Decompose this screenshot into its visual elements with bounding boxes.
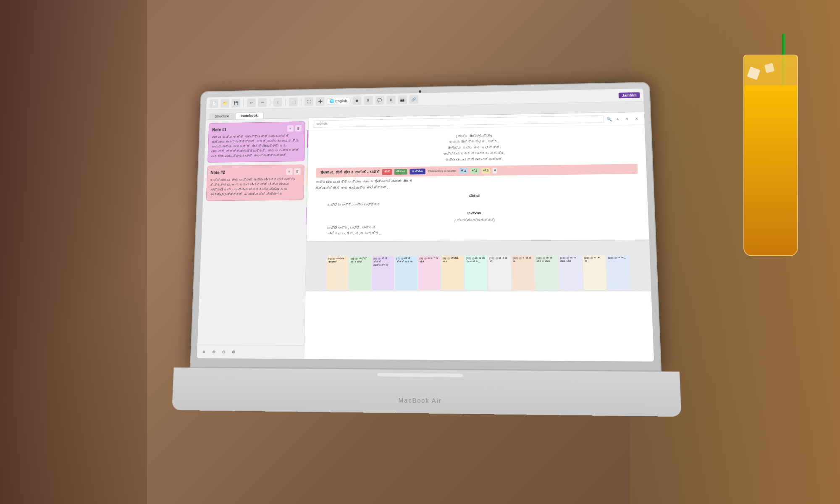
note-1-title: Note #1 (212, 127, 226, 132)
note-card-2: Note #2 ≡ 🗑 ಇಲ್ಲಿ ಮಾಧವ ಹಾಗೂ ಬನ್ನಂಜೆ ತಮ್ಮ… (206, 165, 304, 201)
scene-card-14[interactable]: [14]: @ ಯ ಮ ಮಾಡ ಬಿಡ (559, 255, 583, 290)
search-next-btn[interactable]: ∨ (624, 115, 631, 122)
note-1-menu-btn[interactable]: ≡ (287, 125, 294, 131)
scene-card-5-label: [5]: @ ಹಳ್ಳಿ ಯ ಕಟ್ಟೆ (351, 257, 370, 264)
scene-heading-text: ಹೊರಾಂಗಣ. ದೇಸಿ ಕೊಂಡದ ಅಂಗಡಿ - ರಾತ್ರಿ (320, 169, 380, 176)
char-tag-2: ಚ.2 (470, 168, 479, 174)
toolbar-spacer (420, 95, 616, 99)
liquid (744, 85, 797, 255)
laptop-base-shine (377, 373, 463, 377)
scene-card-16[interactable]: [16]: @ ಣ ಅ... (607, 255, 631, 290)
glass (743, 55, 798, 256)
main-content: Story ಹೊರಾಂ ಮಾರ್ಗ ಒಳಗಿ ಸಂಘ Note #1 (197, 112, 654, 362)
scene-tag-bannanje: ಬನ್ನಂಜ (410, 168, 425, 175)
scene-card-7[interactable]: [7]: @ ಮೇ ನೇ ಕಿರಿಕಿ ಬಂದರು (395, 256, 417, 290)
add-note-btn[interactable]: ⊕ (230, 348, 237, 356)
move-icon[interactable]: ↕ (273, 98, 282, 107)
scene-card-6[interactable]: [6]: @ ದೇ ನೇ ಕಿರಿಕಿ ಮಾಡ್ತಸ್ಗಳ (372, 256, 394, 290)
scene-tag-desi: ದೇಸಿ (382, 169, 392, 175)
scene-card-9[interactable]: [9]: @ ಕೇ ಕೋಂಡ ಕಾರ (441, 256, 464, 290)
brand-badge: Jamfilm (619, 92, 640, 98)
toolbar-separator-1 (243, 99, 244, 106)
language-label: English (335, 99, 347, 103)
zoom-out-btn[interactable]: ⊖ (220, 348, 228, 355)
folder-icon[interactable]: 📁 (220, 99, 229, 108)
ice-cube-1 (747, 66, 760, 80)
script-top-parenthetical: ( ಅಲ್ಲ ಹೋರ್ಯಾ/ಓಡ್ತಾ/) ಇವನು ತೋರಿಸ್ತು ಬೆಳಕ… (316, 131, 638, 165)
script-content: ( ಅಲ್ಲ ಹೋರ್ಯಾ/ಓಡ್ತಾ/) ಇವನು ತೋರಿಸ್ತು ಬೆಳಕ… (307, 125, 649, 242)
record-icon[interactable]: ⏺ (352, 96, 361, 105)
note-2-delete-btn[interactable]: 🗑 (294, 168, 301, 175)
note-2-menu-btn[interactable]: ≡ (286, 168, 293, 175)
ice-cube-2 (764, 63, 774, 73)
scene-card-15-label: [15]: @ ಟ ಹ ಸೂ... (584, 257, 604, 263)
undo-icon[interactable]: ↩ (247, 98, 256, 107)
toolbar-separator-4 (301, 98, 301, 105)
scene-card-5[interactable]: [5]: @ ಹಳ್ಳಿ ಯ ಕಟ್ಟೆ (349, 256, 371, 290)
mic-icon[interactable]: 🎙 (364, 96, 373, 105)
camera-icon[interactable]: 📷 (398, 95, 407, 104)
toolbar-separator-2 (270, 99, 270, 106)
language-selector[interactable]: 🌐 English (327, 97, 350, 104)
scene-tag-madhava: ಮಾಧವ (394, 169, 407, 175)
scene-card-7-label: [7]: @ ಮೇ ನೇ ಕಿರಿಕಿ ಬಂದರು (396, 257, 416, 264)
add-icon[interactable]: ➕ (315, 97, 324, 106)
redo-icon[interactable]: ↪ (258, 98, 267, 107)
scene-card-13[interactable]: [13]: @ ಯ ಮ ಪ್ರದ ಮಾಡ (535, 255, 558, 290)
note-2-body: ಇಲ್ಲಿ ಮಾಧವ ಹಾಗೂ ಬನ್ನಂಜೆ ತಮ್ಮ ಜೀವನದಲ್ಲಿ ಎ… (210, 177, 300, 197)
scene-card-16-label: [16]: @ ಣ ಅ... (608, 257, 628, 260)
note-2-header: Note #2 ≡ 🗑 (210, 168, 301, 176)
laptop-base: MacBook Air (172, 368, 682, 417)
dialogue-bannanje: ಒಳ್ಳೇ ಅಂದ್ರ, ಒಳ್ಳೆ. ಬಾತ್ಸನ ಸಾಲಿಗಳ ಒ.ತೆಗ,… (315, 222, 640, 237)
tab-structure[interactable]: Structure (209, 113, 235, 120)
view-icon[interactable]: ⬜ (289, 97, 298, 106)
search-icon: 🔍 (606, 117, 612, 121)
note-2-title: Note #2 (210, 170, 225, 175)
camera-dot (419, 90, 421, 93)
file-icon[interactable]: 📄 (210, 99, 218, 108)
menu-btn[interactable]: ≡ (200, 348, 208, 355)
scene-card-8-label: [8]: @ ಯಜ ಗಣ ಜೋತ (420, 257, 439, 264)
link-icon[interactable]: 🔗 (409, 95, 418, 104)
scene-card-4[interactable]: [4]: @ ಯಾ ಪೂದೂ ಹೋ ಟೇಲ್ (326, 256, 348, 290)
search-input[interactable] (313, 116, 604, 128)
zoom-in-btn[interactable]: ⊕ (210, 348, 218, 355)
scene-strip: [4]: @ ಯಾ ಪೂದೂ ಹೋ ಟೇಲ್ [5]: @ ಹಳ್ಳಿ ಯ ಕಟ… (305, 240, 651, 291)
note-1-actions: ≡ 🗑 (287, 125, 302, 132)
laptop: 📄 📁 💾 ↩ ↪ ↕ ⬜ ⛶ ➕ 🌐 English (188, 82, 663, 417)
scene-chars-label: Characters in scene: (428, 168, 457, 174)
chat-icon[interactable]: 💬 (375, 96, 384, 105)
scene-card-8[interactable]: [8]: @ ಯಜ ಗಣ ಜೋತ (418, 256, 440, 290)
save-icon[interactable]: 💾 (231, 99, 240, 108)
scene-card-10-label: [10]: @ ಮ ಡ ಯಾ ಸೂ ಯಾ ಗತ... (466, 257, 486, 264)
scene-card-11-label: [11]: @ ಮ ಸ ಮ ದೇ (489, 257, 509, 264)
tab-notebook[interactable]: Notebook (235, 112, 264, 119)
scene-card-9-label: [9]: @ ಕೇ ಕೋಂಡ ಕಾರ (443, 257, 462, 264)
scene-card-10[interactable]: [10]: @ ಮ ಡ ಯಾ ಸೂ ಯಾ ಗತ... (465, 256, 488, 290)
note-1-body: ಮಾಧವ ತನ್ನ ಶಕ್ತಿ ಸಾಮರ್ಥ್ಯಕ್ಕೆ ಒಂದು ಒಳ್ಳೆಗ… (211, 134, 302, 159)
scene-card-15[interactable]: [15]: @ ಟ ಹ ಸೂ... (583, 255, 607, 290)
left-panel: Story ಹೊರಾಂ ಮಾರ್ಗ ಒಳಗಿ ಸಂಘ Note #1 (197, 118, 309, 359)
scene-card-13-label: [13]: @ ಯ ಮ ಪ್ರದ ಮಾಡ (536, 257, 556, 264)
scene-card-6-label: [6]: @ ದೇ ನೇ ಕಿರಿಕಿ ಮಾಡ್ತಸ್ಗಳ (373, 257, 393, 267)
search-prev-btn[interactable]: ∧ (614, 116, 621, 122)
note-1-delete-btn[interactable]: 🗑 (295, 125, 302, 131)
globe-icon: 🌐 (330, 99, 334, 103)
app-screen: 📄 📁 💾 ↩ ↪ ↕ ⬜ ⛶ ➕ 🌐 English (197, 89, 654, 362)
scene-card-4-label: [4]: @ ಯಾ ಪೂದೂ ಹೋ ಟೇಲ್ (328, 257, 347, 264)
toolbar-separator-3 (285, 98, 286, 105)
scene-card-11[interactable]: [11]: @ ಮ ಸ ಮ ದೇ (488, 256, 511, 290)
search-close-btn[interactable]: ✕ (633, 115, 640, 122)
fullscreen-icon[interactable]: ⛶ (304, 97, 313, 106)
screen-bezel: 📄 📁 💾 ↩ ↪ ↕ ⬜ ⛶ ➕ 🌐 English (190, 82, 662, 371)
pause-icon[interactable]: ⏸ (386, 95, 395, 104)
right-panel[interactable]: 🔍 ∧ ∨ ✕ ( ಅಲ್ಲ ಹೋರ್ಯಾ/ಓಡ್ತಾ/) ಇವನು ತೋರಿಸ… (304, 112, 654, 362)
action-line-1: ಅತ್ತ ಮಾಧವ ಮತ್ತೆ ಬನ್ನಂಜ ಸಂಜಯ ಹೊತ್ಯಲ್ಲಿ ಯಾ… (315, 176, 638, 192)
drink-decoration (697, 34, 815, 328)
note-2-actions: ≡ 🗑 (286, 168, 301, 175)
note-card-1: Note #1 ≡ 🗑 ಮಾಧವ ತನ್ನ ಶಕ್ತಿ ಸಾಮರ್ಥ್ಯಕ್ಕೆ… (207, 121, 305, 163)
left-toolbar: ≡ ⊕ ⊖ ⊕ (197, 345, 304, 359)
note-1-header: Note #1 ≡ 🗑 (212, 125, 302, 133)
macbook-label: MacBook Air (399, 397, 442, 404)
scene-card-12[interactable]: [12]: @ ರ ಮ ಪ ಡ (512, 256, 535, 290)
